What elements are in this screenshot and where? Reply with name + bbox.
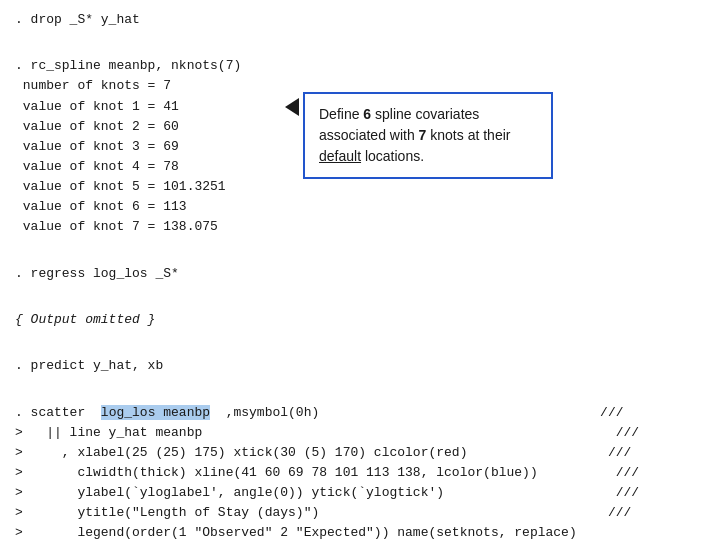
scatter-lines: . scatter log_los meanbp ,msymbol(0h) //…: [15, 382, 705, 540]
output-omitted-section: { Output omitted }: [15, 290, 705, 330]
number-knots: number of knots = 7: [15, 78, 171, 93]
scatter-line2: > || line y_hat meanbp ///: [15, 425, 639, 440]
scatter-line4: > clwidth(thick) xline(41 60 69 78 101 1…: [15, 465, 639, 480]
regress-cmd: . regress log_los _S*: [15, 244, 705, 284]
knot2: value of knot 2 = 60: [15, 119, 179, 134]
knot5: value of knot 5 = 101.3251: [15, 179, 226, 194]
code-container: . drop _S* y_hat . rc_spline meanbp, nkn…: [15, 10, 705, 540]
tooltip-container: Define 6 spline covariatesassociated wit…: [285, 92, 553, 179]
drop-command: . drop _S* y_hat: [15, 12, 140, 27]
regress-line: . regress log_los _S*: [15, 266, 179, 281]
output-omitted-text: { Output omitted }: [15, 312, 155, 327]
knot7: value of knot 7 = 138.075: [15, 219, 218, 234]
scatter-line5: > ylabel(`yloglabel', angle(0)) ytick(`y…: [15, 485, 639, 500]
bold-6: 6: [363, 106, 371, 122]
predict-cmd: . predict y_hat, xb: [15, 336, 705, 376]
underline-default: default: [319, 148, 361, 164]
bold-7: 7: [419, 127, 427, 143]
scatter-line3: > , xlabel(25 (25) 175) xtick(30 (5) 170…: [15, 445, 631, 460]
predict-line: . predict y_hat, xb: [15, 358, 163, 373]
arrow-icon: [285, 98, 299, 116]
output-omitted: { Output omitted }: [15, 290, 705, 330]
knot6: value of knot 6 = 113: [15, 199, 187, 214]
scatter-line7: > legend(order(1 "Observed" 2 "Expected"…: [15, 525, 577, 540]
knot1: value of knot 1 = 41: [15, 99, 179, 114]
rc-spline-cmd: . rc_spline meanbp, nknots(7): [15, 58, 241, 73]
scatter-line1: . scatter log_los meanbp ,msymbol(0h) //…: [15, 405, 624, 420]
predict-section: . predict y_hat, xb: [15, 336, 705, 376]
knot4: value of knot 4 = 78: [15, 159, 179, 174]
knot3: value of knot 3 = 69: [15, 139, 179, 154]
regress-section: . regress log_los _S*: [15, 244, 705, 284]
rc-spline-section: . rc_spline meanbp, nknots(7) number of …: [15, 36, 705, 237]
tooltip-box: Define 6 spline covariatesassociated wit…: [303, 92, 553, 179]
drop-line: . drop _S* y_hat: [15, 10, 705, 30]
scatter-line6: > ytitle("Length of Stay (days)") ///: [15, 505, 631, 520]
scatter-section: . scatter log_los meanbp ,msymbol(0h) //…: [15, 382, 705, 540]
tooltip-text: Define 6 spline covariatesassociated wit…: [319, 104, 537, 167]
